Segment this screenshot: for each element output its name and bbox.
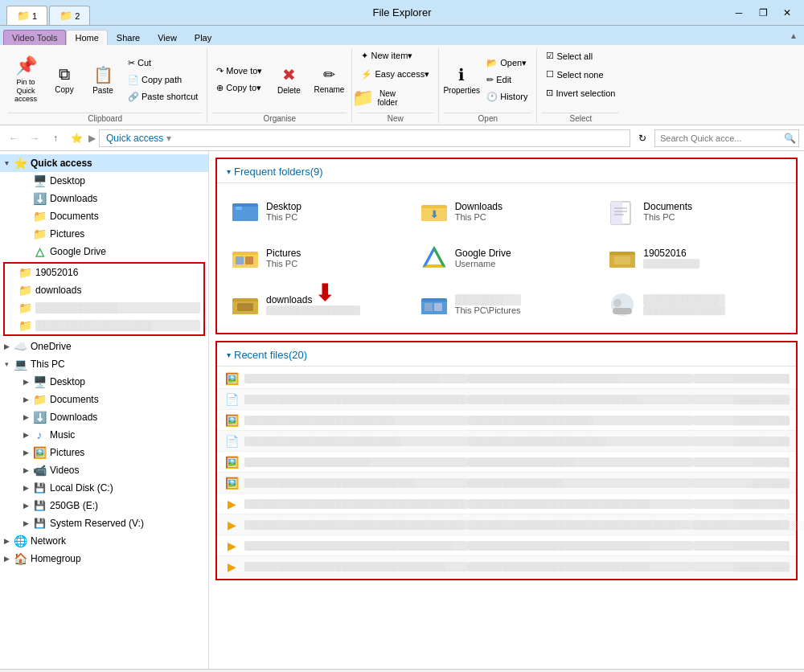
sidebar-item-downloads2[interactable]: 📁 downloads bbox=[5, 281, 203, 299]
folder-documents[interactable]: Documents This PC bbox=[602, 190, 788, 233]
pc-downloads-icon: ⬇️ bbox=[32, 410, 47, 424]
copy-button[interactable]: ⧉ Copy bbox=[47, 56, 82, 103]
sidebar-item-blurred2[interactable]: 📁 ░░░░░░░░░░░░░░░░░ bbox=[5, 317, 203, 334]
close-button[interactable]: ✕ bbox=[777, 5, 798, 21]
ribbon-tab-videotools[interactable]: Video Tools bbox=[3, 30, 66, 45]
homegroup-label: Homegroup bbox=[31, 553, 205, 564]
search-icon: 🔍 bbox=[784, 133, 796, 144]
recent-file-1[interactable]: 🖼️ ░░░░░░░░░░░░░░░░░░░░░░░░░░░░░░░ ░░░░░… bbox=[217, 368, 796, 389]
refresh-button[interactable]: ↻ bbox=[634, 129, 651, 147]
rf10-icon: ▶ bbox=[224, 559, 240, 575]
svg-rect-32 bbox=[613, 308, 632, 314]
sidebar-item-network[interactable]: ▶ 🌐 Network bbox=[0, 532, 208, 550]
open-button[interactable]: 📂 Open▾ bbox=[482, 55, 531, 71]
selectall-button[interactable]: ☑ Select all bbox=[542, 48, 597, 64]
pin-button[interactable]: 📌 Pin to Quickaccess bbox=[8, 53, 43, 106]
select-items: ☑ Select all ☐ Select none ⊡ Invert sele… bbox=[542, 48, 619, 111]
folder-googledrive[interactable]: Google Drive Username bbox=[414, 236, 600, 280]
delete-button[interactable]: ✖ Delete bbox=[271, 56, 306, 103]
recent-file-4[interactable]: 📄 ░░░░░░░░░░░░░░░░░░░░░░░░░ ░░░░░░░░░░░░… bbox=[217, 431, 796, 452]
rf7-icon: ▶ bbox=[224, 496, 240, 512]
sidebar-item-downloads[interactable]: ⬇️ Downloads bbox=[0, 190, 208, 207]
folder-thispictures[interactable]: ░░░░░░░ This PC\Pictures bbox=[414, 283, 600, 326]
sidebar-item-onedrive[interactable]: ▶ ☁️ OneDrive bbox=[0, 338, 208, 355]
sidebar-item-localdisk[interactable]: ▶ 💾 Local Disk (C:) bbox=[0, 479, 208, 497]
svg-line-19 bbox=[434, 248, 444, 266]
invertselection-button[interactable]: ⊡ Invert selection bbox=[542, 85, 619, 100]
rename-label: Rename bbox=[314, 85, 345, 94]
rename-button[interactable]: ✏ Rename bbox=[311, 56, 347, 103]
sidebar-item-pc-documents[interactable]: ▶ 📁 Documents bbox=[0, 391, 208, 408]
svg-rect-2 bbox=[236, 207, 242, 210]
sidebar-item-googledrive[interactable]: △ Google Drive bbox=[0, 243, 208, 260]
folder-downloads2[interactable]: downloads ░░░░░░░░░░░░░░░ bbox=[225, 283, 411, 326]
forward-button[interactable]: → bbox=[26, 129, 43, 147]
history-button[interactable]: 🕐 History bbox=[482, 89, 531, 104]
recent-file-6[interactable]: 🖼️ ░░░░░░░░░░░░░░░░░░░░░░░░░░░ ░░░░░░░░░… bbox=[217, 473, 796, 494]
maximize-button[interactable]: ❐ bbox=[753, 5, 773, 21]
moveto-button[interactable]: ↷ Move to▾ bbox=[212, 64, 266, 79]
sidebar-item-pc-desktop[interactable]: ▶ 🖥️ Desktop bbox=[0, 373, 208, 391]
ribbon-tab-share[interactable]: Share bbox=[108, 30, 149, 45]
sidebar-item-quickaccess[interactable]: ▾ ⭐ Quick access bbox=[0, 154, 208, 172]
selectnone-label: Select none bbox=[556, 70, 603, 80]
sidebar-item-thispc[interactable]: ▾ 💻 This PC bbox=[0, 355, 208, 373]
copypath-button[interactable]: 📄 Copy path bbox=[124, 72, 202, 88]
recent-file-2[interactable]: 📄 ░░░░░░░░░░░░░░░░░░░░░░░░░░░░░░░░░░░ ░░… bbox=[217, 389, 796, 410]
title-tab-2[interactable]: 📁 2 bbox=[49, 6, 90, 25]
edit-button[interactable]: ✏ Edit bbox=[482, 72, 531, 88]
recent-file-10[interactable]: ▶ ░░░░░░░░░░░░░░░░░░░░░░░░░░░░░░░░ ░░░░░… bbox=[217, 556, 796, 577]
ribbon-tab-home[interactable]: Home bbox=[66, 30, 107, 45]
sidebar-item-pc-music[interactable]: ▶ ♪ Music bbox=[0, 426, 208, 444]
rf8-icon: ▶ bbox=[224, 517, 240, 533]
sidebar-item-pc-videos[interactable]: ▶ 📹 Videos bbox=[0, 461, 208, 479]
newfolder-button[interactable]: 📁 Newfolder bbox=[357, 85, 392, 111]
folder-desktop[interactable]: Desktop This PC bbox=[225, 190, 411, 233]
sidebar-item-pictures[interactable]: 📁 Pictures bbox=[0, 225, 208, 243]
ribbon-tab-play[interactable]: Play bbox=[186, 30, 220, 45]
folder-downloads[interactable]: ⬇ Downloads This PC bbox=[414, 190, 600, 233]
copy-label: Copy bbox=[55, 85, 73, 94]
sidebar-item-blurred1[interactable]: 📁 ░░░░░░░░░░░░ bbox=[5, 299, 203, 317]
folder-pictures[interactable]: Pictures This PC bbox=[225, 236, 411, 280]
folder-19052016[interactable]: 19052016 ░░░░░░░░░ bbox=[602, 236, 788, 280]
recent-file-5[interactable]: 🖼️ ░░░░░░░░░░░░░░░░░░░░ ░░░░░░░░░░░░░░░░… bbox=[217, 452, 796, 473]
pin-addr-button[interactable]: ⭐ bbox=[68, 129, 85, 147]
paste-button[interactable]: 📋 Paste bbox=[85, 56, 121, 103]
up-button[interactable]: ↑ bbox=[47, 129, 64, 147]
folder-19052016-info: 19052016 ░░░░░░░░░ bbox=[643, 248, 699, 268]
properties-button[interactable]: ℹ Properties bbox=[444, 56, 479, 103]
recent-files-header: ▾ Recent files (20) bbox=[217, 342, 796, 367]
search-input[interactable] bbox=[654, 129, 799, 147]
copyto-button[interactable]: ⊕ Copy to▾ bbox=[212, 80, 266, 96]
newitem-button[interactable]: ✦ New item▾ bbox=[357, 48, 416, 64]
folder-blurred3[interactable]: ░░░░░░░░░░░ ░░░░░░░░░░░░░ bbox=[602, 283, 788, 326]
recent-file-7[interactable]: ▶ ░░░░░░░░░░░░░░░░░░░░░░░░░░░░░░░░░░░ ░░… bbox=[217, 494, 796, 514]
minimize-button[interactable]: ─ bbox=[728, 5, 749, 21]
moveto-icon: ↷ bbox=[216, 66, 224, 76]
ribbon-tab-view[interactable]: View bbox=[149, 30, 186, 45]
sidebar-item-documents[interactable]: 📁 Documents bbox=[0, 207, 208, 225]
sidebar-item-sysreserved[interactable]: ▶ 💾 System Reserved (V:) bbox=[0, 514, 208, 532]
title-tab-1[interactable]: 📁 1 bbox=[6, 6, 47, 25]
back-button[interactable]: ← bbox=[5, 129, 23, 147]
address-path[interactable]: Quick access ▾ bbox=[99, 129, 630, 147]
easyaccess-button[interactable]: ⚡ Easy access▾ bbox=[357, 67, 433, 82]
folder-downloads2-name: downloads bbox=[266, 294, 360, 305]
recent-file-8[interactable]: ▶ ░░░░░░░░░░░░░░░░░░░░░░░░░░░░░░░░░░░ ░░… bbox=[217, 514, 796, 535]
selectnone-button[interactable]: ☐ Select none bbox=[542, 67, 607, 82]
recent-file-3[interactable]: 🖼️ ░░░░░░░░░░░░░░░░░░░░░░░░ ░░░░░░░░░░░░… bbox=[217, 410, 796, 431]
recent-file-9[interactable]: ▶ ░░░░░░░░░░░░░░░░░░░░░░░░░░░░░░░░░ ░░░░… bbox=[217, 535, 796, 556]
sidebar-item-pc-downloads[interactable]: ▶ ⬇️ Downloads bbox=[0, 408, 208, 426]
cut-button[interactable]: ✂ Cut bbox=[124, 55, 202, 71]
sidebar-item-homegroup[interactable]: ▶ 🏠 Homegroup bbox=[0, 550, 208, 568]
invertselection-label: Invert selection bbox=[556, 88, 615, 98]
pasteshortcut-button[interactable]: 🔗 Paste shortcut bbox=[124, 89, 202, 104]
pc-downloads-label: Downloads bbox=[50, 412, 205, 423]
open-label: Open▾ bbox=[500, 58, 527, 68]
window-controls: ─ ❐ ✕ bbox=[728, 5, 798, 21]
sidebar-item-desktop[interactable]: 🖥️ Desktop bbox=[0, 172, 208, 190]
sidebar-item-19052016[interactable]: 📁 19052016 bbox=[5, 264, 203, 281]
sidebar-item-pc-pictures[interactable]: ▶ 🖼️ Pictures bbox=[0, 444, 208, 461]
sidebar-item-250gb[interactable]: ▶ 💾 250GB (E:) bbox=[0, 497, 208, 514]
